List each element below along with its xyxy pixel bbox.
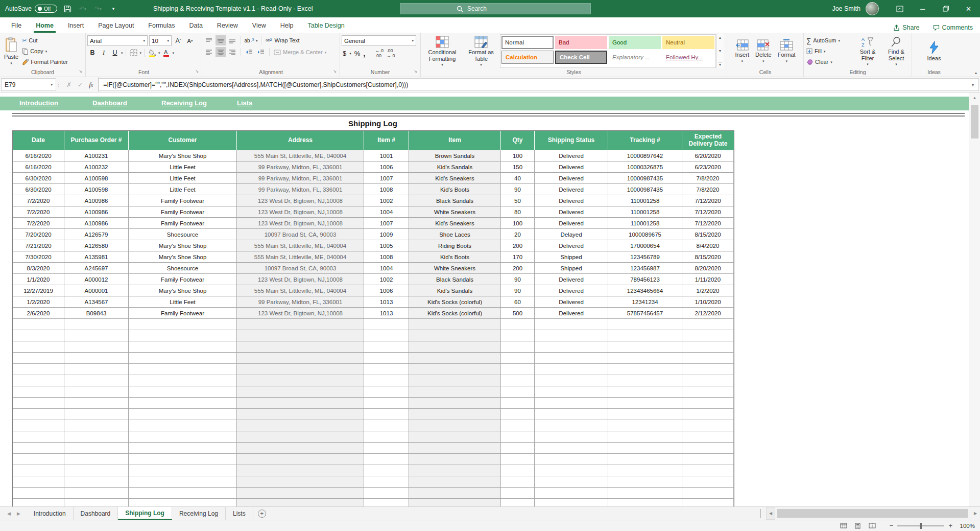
cell[interactable] [682, 499, 734, 506]
cell[interactable] [364, 330, 409, 341]
tab-formulas[interactable]: Formulas [141, 19, 182, 33]
vertical-scrollbar-thumb[interactable] [971, 105, 978, 138]
expand-formula-bar-icon[interactable]: ▾ [967, 78, 979, 91]
tab-review[interactable]: Review [210, 19, 245, 33]
cell[interactable]: Delivered [535, 206, 608, 218]
cell[interactable] [13, 386, 64, 398]
cell[interactable] [501, 341, 535, 353]
cell[interactable]: Family Footwear [129, 195, 237, 206]
cell[interactable] [409, 375, 501, 386]
cell[interactable]: 123 West Dr, Bigtown, NJ,10008 [237, 195, 364, 206]
cell[interactable]: 7/20/2020 [13, 229, 64, 240]
insert-cells-button[interactable]: Insert▾ [732, 34, 752, 68]
format-cells-button[interactable]: Format▾ [775, 34, 798, 68]
cell[interactable] [608, 454, 682, 465]
zoom-in-icon[interactable]: + [948, 522, 952, 529]
clipboard-dialog-launcher-icon[interactable]: ↘ [79, 70, 82, 74]
cell[interactable]: 123 West Dr, Bigtown, NJ,10008 [237, 206, 364, 218]
cell[interactable] [129, 409, 237, 420]
cell[interactable] [682, 398, 734, 409]
cell[interactable]: Brown Sandals [409, 150, 501, 161]
cell[interactable] [237, 476, 364, 488]
cell[interactable]: Little Feet [129, 161, 237, 173]
formula-input[interactable]: =IF([@Customer]="","",INDEX(ShipCustomer… [99, 78, 967, 91]
cell[interactable] [13, 499, 64, 506]
cell[interactable] [409, 341, 501, 353]
cell[interactable]: 1000089675 [608, 229, 682, 240]
cell[interactable] [501, 330, 535, 341]
cell[interactable]: 170000654 [608, 240, 682, 251]
cell[interactable] [501, 465, 535, 476]
increase-indent-icon[interactable] [256, 47, 266, 57]
cell[interactable] [13, 375, 64, 386]
cell[interactable]: A100986 [64, 218, 129, 229]
cell[interactable]: 200 [501, 240, 535, 251]
cell[interactable]: 99 Parkway, Midton, FL, 336001 [237, 173, 364, 184]
cell-style-normal[interactable]: Normal [501, 36, 554, 49]
cell[interactable]: 170 [501, 251, 535, 263]
cell[interactable] [535, 375, 608, 386]
cell[interactable] [13, 454, 64, 465]
cell[interactable]: 12343465664 [608, 285, 682, 296]
cell[interactable] [64, 443, 129, 454]
nav-link-dashboard[interactable]: Dashboard [92, 99, 127, 107]
cell[interactable]: A000012 [64, 274, 129, 285]
cell[interactable] [237, 386, 364, 398]
cell[interactable] [237, 353, 364, 364]
cell[interactable]: Little Feet [129, 173, 237, 184]
cell[interactable] [501, 499, 535, 506]
cell[interactable]: Shipped [535, 263, 608, 274]
cell[interactable] [13, 364, 64, 375]
cell[interactable]: 2/6/2020 [13, 308, 64, 319]
cell[interactable]: 1007 [364, 218, 409, 229]
name-box-dropdown-icon[interactable]: ▾ [51, 83, 53, 86]
cell[interactable] [364, 364, 409, 375]
cell[interactable]: 90 [501, 285, 535, 296]
cell[interactable]: A100598 [64, 184, 129, 195]
cell[interactable] [13, 341, 64, 353]
cell[interactable] [608, 375, 682, 386]
cell[interactable]: 7/2/2020 [13, 206, 64, 218]
cell[interactable]: 50 [501, 195, 535, 206]
scroll-up-icon[interactable]: ▲ [969, 93, 980, 103]
delete-cells-button[interactable]: Delete▾ [753, 34, 774, 68]
cell[interactable]: 12/27/2019 [13, 285, 64, 296]
cell[interactable]: Little Feet [129, 184, 237, 195]
cell[interactable] [13, 398, 64, 409]
cell[interactable] [501, 476, 535, 488]
name-box[interactable]: E79▾ [1, 78, 56, 91]
new-sheet-button[interactable]: + [253, 507, 271, 520]
save-icon[interactable] [62, 3, 73, 14]
cell[interactable] [129, 443, 237, 454]
cell[interactable] [608, 353, 682, 364]
scroll-right-icon[interactable]: ▶ [971, 507, 980, 520]
cell[interactable] [129, 375, 237, 386]
cell[interactable] [501, 454, 535, 465]
cell[interactable] [237, 443, 364, 454]
italic-button[interactable]: I [99, 48, 109, 58]
cell[interactable]: 1005 [364, 240, 409, 251]
cell[interactable] [409, 398, 501, 409]
cell[interactable]: Mary's Shoe Shop [129, 251, 237, 263]
percent-style-icon[interactable]: % [354, 50, 361, 57]
cell[interactable] [237, 341, 364, 353]
orientation-icon[interactable]: ab [244, 35, 254, 45]
column-header-8[interactable]: Shipping Status [535, 131, 608, 150]
paste-button[interactable]: Paste▾ [2, 34, 21, 68]
comments-button[interactable]: Comments [933, 24, 973, 31]
cell[interactable] [129, 398, 237, 409]
cell[interactable]: 10000326875 [608, 161, 682, 173]
column-header-2[interactable]: Purchase Order # [64, 131, 129, 150]
fill-button[interactable]: Fill▾ [805, 46, 852, 56]
cell[interactable] [535, 353, 608, 364]
cell-style-check[interactable]: Check Cell [555, 51, 607, 64]
font-dialog-launcher-icon[interactable]: ↘ [195, 70, 199, 74]
cell[interactable] [364, 409, 409, 420]
sheet-next-icon[interactable]: ▶ [17, 511, 20, 516]
cell[interactable] [64, 386, 129, 398]
cell[interactable] [64, 488, 129, 499]
cell[interactable] [364, 375, 409, 386]
align-left-icon[interactable] [204, 47, 214, 57]
cell[interactable]: Shoesource [129, 263, 237, 274]
cell[interactable] [364, 341, 409, 353]
